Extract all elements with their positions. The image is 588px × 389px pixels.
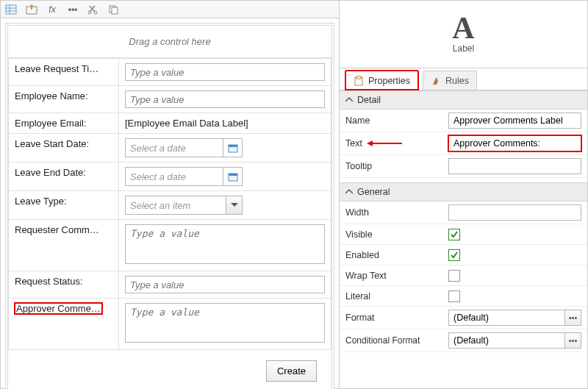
properties-body: Detail Name Text Tooltip General Width [340, 90, 587, 388]
input-empname[interactable] [125, 90, 325, 108]
ellipsis-button[interactable]: ••• [564, 333, 581, 348]
svg-rect-10 [229, 145, 237, 147]
row-empname: Employee Name: [9, 86, 331, 113]
section-detail[interactable]: Detail [340, 90, 587, 110]
control-type-header: A Label [340, 1, 587, 68]
form-canvas-wrap: Drag a control here Leave Request Ti… Em… [1, 18, 339, 389]
row-empemail: Employee Email: [Employee Email Data Lab… [9, 113, 331, 134]
label-startdate[interactable]: Leave Start Date: [9, 134, 119, 163]
general-grid: Width Visible Enabled Wrap Text Literal … [340, 201, 587, 352]
row-status: Request Status: [9, 271, 331, 299]
label-empname[interactable]: Employee Name: [9, 86, 119, 113]
value-empemail[interactable]: [Employee Email Data Label] [125, 118, 248, 129]
tab-properties-label: Properties [368, 76, 410, 86]
ellipsis-button[interactable]: ••• [564, 310, 581, 325]
tool-cut-icon[interactable] [86, 3, 101, 16]
form-table: Leave Request Ti… Employee Name: Employe… [8, 58, 331, 350]
svg-rect-0 [6, 5, 16, 14]
control-type-glyph: A [452, 15, 474, 43]
svg-rect-8 [112, 7, 118, 14]
row-type: Leave Type: Select an item [9, 191, 331, 220]
tab-rules[interactable]: Rules [423, 71, 477, 90]
prop-text-label: Text [340, 132, 442, 155]
section-detail-label: Detail [357, 95, 381, 105]
app-root: fx ••• Drag a control here Leave Request… [0, 0, 588, 389]
prop-tooltip-label: Tooltip [340, 155, 442, 178]
toolbar: fx ••• [1, 1, 339, 18]
prop-text-label-text: Text [345, 138, 362, 149]
drop-hint[interactable]: Drag a control here [8, 26, 331, 58]
chevron-up-icon [345, 96, 353, 104]
input-status[interactable] [125, 276, 325, 293]
input-reqcomm[interactable] [125, 224, 325, 264]
prop-width-label: Width [340, 201, 442, 224]
prop-visible-label: Visible [340, 224, 442, 245]
label-status[interactable]: Request Status: [9, 271, 119, 299]
tool-grid-icon[interactable] [4, 3, 18, 16]
checkbox-wrap[interactable] [448, 270, 460, 282]
datepicker-start-text: Select a date [126, 143, 223, 154]
chevron-down-icon[interactable] [226, 196, 242, 214]
create-row: Create [8, 350, 331, 389]
properties-tabs: Properties Rules [340, 68, 587, 90]
prop-condformat-label: Conditional Format [340, 329, 442, 352]
label-apprcomm[interactable]: Approver Comme… [15, 303, 102, 314]
prop-condformat-input[interactable] [448, 332, 581, 349]
prop-text-input[interactable] [448, 135, 581, 151]
tool-import-icon[interactable] [24, 3, 39, 16]
combo-type[interactable]: Select an item [125, 196, 243, 215]
control-type-name: Label [453, 43, 474, 54]
datepicker-end-text: Select a date [126, 171, 223, 182]
right-pane: A Label Properties Rules Detail Name [340, 1, 587, 388]
row-startdate: Leave Start Date: Select a date [9, 134, 331, 163]
label-empemail[interactable]: Employee Email: [9, 113, 119, 134]
prop-format-input[interactable] [448, 310, 581, 326]
red-arrow-icon [367, 140, 404, 147]
section-general[interactable]: General [340, 182, 587, 201]
prop-width-input[interactable] [448, 204, 581, 221]
combo-type-text: Select an item [126, 200, 226, 211]
tool-fx-icon[interactable]: fx [45, 3, 60, 16]
checkbox-visible[interactable] [448, 229, 460, 240]
prop-tooltip-input[interactable] [448, 158, 581, 174]
input-apprcomm[interactable] [125, 303, 325, 343]
svg-rect-12 [229, 174, 237, 176]
section-general-label: General [357, 187, 390, 197]
create-button[interactable]: Create [266, 360, 317, 382]
left-pane: fx ••• Drag a control here Leave Request… [1, 1, 340, 388]
tool-copy-icon[interactable] [107, 3, 121, 16]
rules-tab-icon [431, 76, 441, 86]
datepicker-end[interactable]: Select a date [125, 167, 243, 186]
tool-more-icon[interactable]: ••• [65, 3, 80, 16]
svg-point-6 [94, 11, 97, 14]
checkbox-enabled[interactable] [448, 249, 460, 261]
row-enddate: Leave End Date: Select a date [9, 163, 331, 191]
prop-literal-label: Literal [340, 286, 442, 307]
prop-name-label: Name [340, 110, 442, 132]
row-reqcomm: Requester Comm… [9, 220, 331, 271]
form-canvas[interactable]: Drag a control here Leave Request Ti… Em… [5, 23, 334, 389]
datepicker-start[interactable]: Select a date [125, 138, 243, 157]
input-title[interactable] [125, 63, 325, 81]
calendar-icon[interactable] [223, 139, 242, 157]
label-reqcomm[interactable]: Requester Comm… [9, 220, 119, 271]
label-enddate[interactable]: Leave End Date: [9, 163, 119, 191]
tab-properties[interactable]: Properties [345, 71, 418, 90]
calendar-icon[interactable] [223, 168, 242, 185]
label-title[interactable]: Leave Request Ti… [9, 59, 119, 86]
checkbox-literal[interactable] [448, 290, 460, 302]
chevron-up-icon [345, 188, 353, 196]
detail-grid: Name Text Tooltip [340, 110, 587, 178]
svg-rect-14 [356, 76, 361, 79]
row-apprcomm: Approver Comme… [9, 299, 331, 350]
tab-rules-label: Rules [445, 76, 469, 86]
label-type[interactable]: Leave Type: [9, 191, 119, 220]
prop-enabled-label: Enabled [340, 245, 442, 265]
prop-wrap-label: Wrap Text [340, 265, 442, 286]
prop-format-label: Format [340, 307, 442, 329]
row-title: Leave Request Ti… [9, 59, 331, 86]
prop-name-input[interactable] [448, 113, 581, 129]
properties-tab-icon [354, 76, 364, 86]
